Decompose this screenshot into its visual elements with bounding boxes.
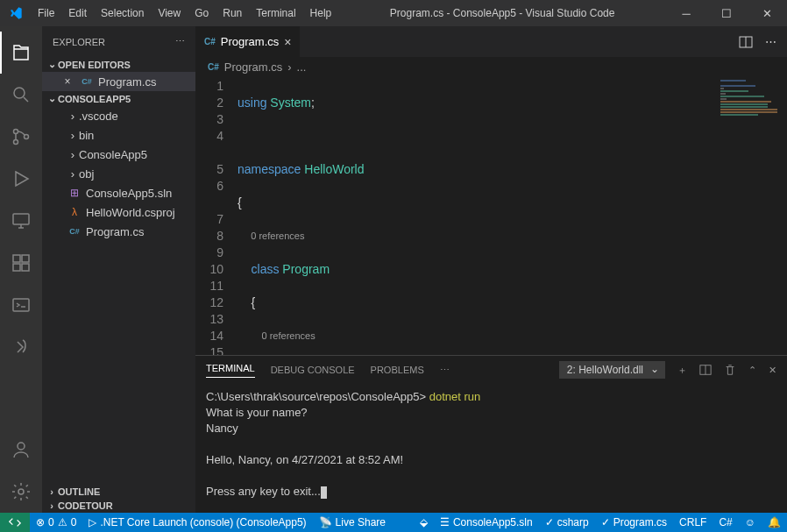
code-editor[interactable]: 1234 56 789101112131415 using System; na… (195, 76, 787, 355)
panel-tab-debug-console[interactable]: DEBUG CONSOLE (271, 365, 355, 375)
status-flame-icon[interactable]: ⬙ (414, 513, 434, 532)
outline-section[interactable]: ›OUTLINE (42, 485, 195, 499)
maximize-button[interactable]: ☐ (706, 0, 747, 26)
open-editor-label: Program.cs (98, 75, 156, 89)
run-debug-icon[interactable] (0, 158, 42, 200)
remote-indicator[interactable] (0, 513, 30, 532)
file-label: Program.cs (86, 225, 144, 238)
more-icon[interactable]: ⋯ (765, 35, 776, 48)
explorer-header: EXPLORER ⋯ (42, 26, 195, 57)
more-icon[interactable]: ⋯ (440, 365, 450, 376)
kill-terminal-icon[interactable] (724, 364, 736, 376)
svg-point-11 (18, 489, 24, 494)
codetour-label: CODETOUR (58, 500, 113, 511)
folder-obj[interactable]: ›obj (42, 164, 195, 183)
terminal-output[interactable]: C:\Users\thrak\source\repos\ConsoleApp5>… (195, 384, 787, 513)
status-feedback-icon[interactable]: ☺ (739, 513, 762, 532)
status-eol[interactable]: CRLF (673, 513, 713, 532)
terminal-dropdown[interactable]: 2: HelloWorld.dll (559, 361, 665, 379)
menu-view[interactable]: View (151, 0, 188, 26)
svg-rect-9 (13, 299, 29, 311)
file-program-cs[interactable]: C#Program.cs (42, 222, 195, 241)
breadcrumb-file: Program.cs (224, 60, 282, 74)
source-control-icon[interactable] (0, 116, 42, 158)
chevron-down-icon: ⌄ (46, 93, 58, 104)
breadcrumb[interactable]: C# Program.cs › ... (195, 57, 787, 76)
menu-terminal[interactable]: Terminal (249, 0, 302, 26)
chevron-down-icon: ⌄ (46, 59, 58, 70)
status-live-share[interactable]: 📡 Live Share (313, 513, 392, 532)
status-file[interactable]: ✓ Program.cs (595, 513, 673, 532)
split-editor-icon[interactable] (739, 35, 753, 49)
extensions-icon[interactable] (0, 242, 42, 284)
chevron-right-icon: › (67, 148, 79, 161)
chevron-right-icon: › (67, 167, 79, 181)
file-sln[interactable]: ⊞ConsoleApp5.sln (42, 183, 195, 202)
close-icon[interactable]: × (60, 75, 75, 88)
svg-rect-6 (13, 264, 20, 271)
close-button[interactable]: ✕ (747, 0, 787, 26)
folder-consoleapp5[interactable]: ›ConsoleApp5 (42, 145, 195, 164)
maximize-panel-icon[interactable]: ⌃ (748, 365, 756, 376)
status-sln[interactable]: ☰ ConsoleApp5.sln (434, 513, 539, 532)
codelens-references[interactable]: 0 references (262, 330, 316, 341)
status-problems[interactable]: ⊗ 0 ⚠ 0 (30, 513, 82, 532)
open-editors-section[interactable]: ⌄OPEN EDITORS (42, 57, 195, 72)
menu-selection[interactable]: Selection (94, 0, 151, 26)
terminal-cursor (321, 486, 327, 499)
chevron-right-icon: › (67, 110, 79, 123)
terminal-activity-icon[interactable] (0, 284, 42, 326)
explorer-sidebar: EXPLORER ⋯ ⌄OPEN EDITORS × C# Program.cs… (42, 26, 195, 513)
status-debug-config[interactable]: ▷ .NET Core Launch (console) (ConsoleApp… (82, 513, 312, 532)
file-csproj[interactable]: λHelloWorld.csproj (42, 202, 195, 222)
panel-tab-terminal[interactable]: TERMINAL (206, 363, 255, 378)
svg-point-10 (18, 443, 25, 450)
svg-rect-5 (13, 255, 20, 262)
settings-icon[interactable] (0, 471, 42, 513)
minimap[interactable] (717, 76, 787, 355)
tab-label: Program.cs (221, 35, 279, 48)
remote-explorer-icon[interactable] (0, 200, 42, 242)
project-section[interactable]: ⌄CONSOLEAPP5 (42, 91, 195, 106)
file-label: HelloWorld.csproj (86, 206, 175, 219)
search-icon[interactable] (0, 74, 42, 116)
close-panel-icon[interactable]: ✕ (769, 365, 776, 376)
codelens-references[interactable]: 0 references (251, 231, 304, 241)
window-controls: ─ ☐ ✕ (666, 0, 787, 26)
menu-help[interactable]: Help (303, 0, 339, 26)
explorer-icon[interactable] (0, 32, 42, 74)
split-terminal-icon[interactable] (699, 364, 712, 376)
folder-vscode[interactable]: ›.vscode (42, 106, 195, 125)
svg-point-1 (14, 130, 18, 134)
codetour-section[interactable]: ›CODETOUR (42, 499, 195, 513)
tab-program-cs[interactable]: C# Program.cs × (195, 26, 301, 57)
status-bar: ⊗ 0 ⚠ 0 ▷ .NET Core Launch (console) (Co… (0, 513, 787, 532)
panel-tabs: TERMINAL DEBUG CONSOLE PROBLEMS ⋯ 2: Hel… (195, 356, 787, 384)
status-notifications-icon[interactable]: 🔔 (762, 513, 787, 532)
csharp-file-icon: C# (67, 227, 82, 236)
more-icon[interactable]: ⋯ (175, 36, 185, 47)
status-language-mode[interactable]: C# (713, 513, 738, 532)
svg-rect-8 (22, 255, 29, 262)
minimize-button[interactable]: ─ (666, 0, 706, 26)
close-icon[interactable]: × (284, 35, 291, 49)
terminal-line: Hello, Nancy, on 4/27/2021 at 8:52 AM! (206, 453, 403, 466)
csproj-file-icon: λ (67, 206, 82, 218)
terminal-prompt: C:\Users\thrak\source\repos\ConsoleApp5> (206, 390, 429, 403)
folder-bin[interactable]: ›bin (42, 125, 195, 145)
menu-go[interactable]: Go (188, 0, 216, 26)
menu-edit[interactable]: Edit (61, 0, 94, 26)
live-share-icon[interactable] (0, 326, 42, 368)
open-editor-item[interactable]: × C# Program.cs (42, 72, 195, 91)
new-terminal-icon[interactable]: ＋ (677, 364, 687, 377)
panel-tab-problems[interactable]: PROBLEMS (371, 365, 424, 375)
open-editors-label: OPEN EDITORS (58, 60, 131, 70)
svg-point-0 (14, 88, 25, 98)
breadcrumb-separator: › (287, 60, 291, 74)
svg-rect-7 (22, 264, 29, 271)
status-lang[interactable]: ✓ csharp (539, 513, 595, 532)
code-content[interactable]: using System; namespace HelloWorld { 0 r… (238, 76, 717, 355)
menu-file[interactable]: File (31, 0, 61, 26)
account-icon[interactable] (0, 429, 42, 471)
menu-run[interactable]: Run (216, 0, 249, 26)
